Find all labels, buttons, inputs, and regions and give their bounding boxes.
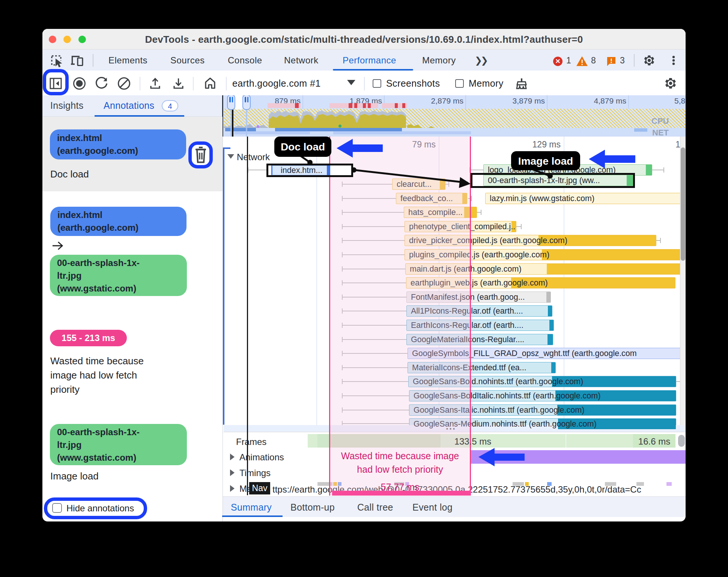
svg-text:Image load: Image load xyxy=(518,155,573,167)
svg-text:Doc load: Doc load xyxy=(281,141,325,153)
